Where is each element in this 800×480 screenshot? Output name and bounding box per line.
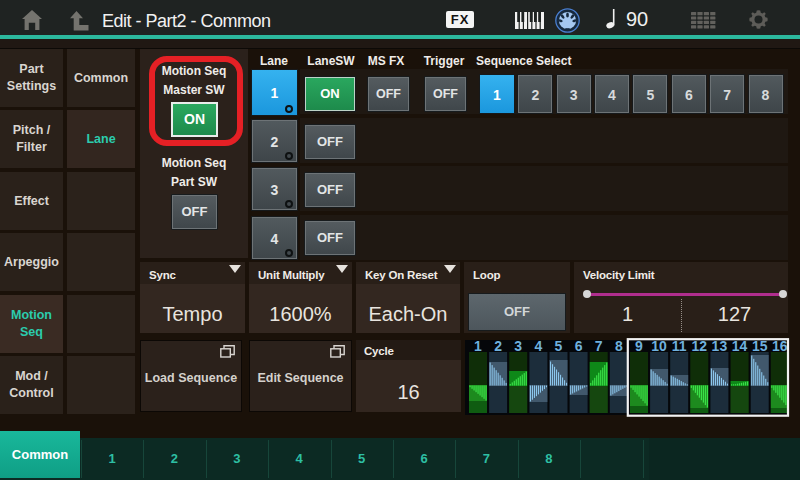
svg-text:4: 4 <box>535 338 543 354</box>
svg-text:10: 10 <box>651 338 667 354</box>
svg-text:9: 9 <box>635 338 643 354</box>
svg-text:16: 16 <box>772 338 788 354</box>
svg-text:14: 14 <box>732 338 748 354</box>
svg-text:1: 1 <box>474 338 482 354</box>
svg-text:15: 15 <box>752 338 768 354</box>
svg-text:3: 3 <box>514 338 522 354</box>
svg-text:13: 13 <box>712 338 728 354</box>
svg-text:11: 11 <box>672 338 687 354</box>
svg-text:8: 8 <box>615 338 623 354</box>
svg-text:12: 12 <box>692 338 708 354</box>
svg-text:2: 2 <box>494 338 502 354</box>
svg-text:5: 5 <box>555 338 563 354</box>
svg-text:7: 7 <box>595 338 603 354</box>
svg-text:6: 6 <box>575 338 583 354</box>
